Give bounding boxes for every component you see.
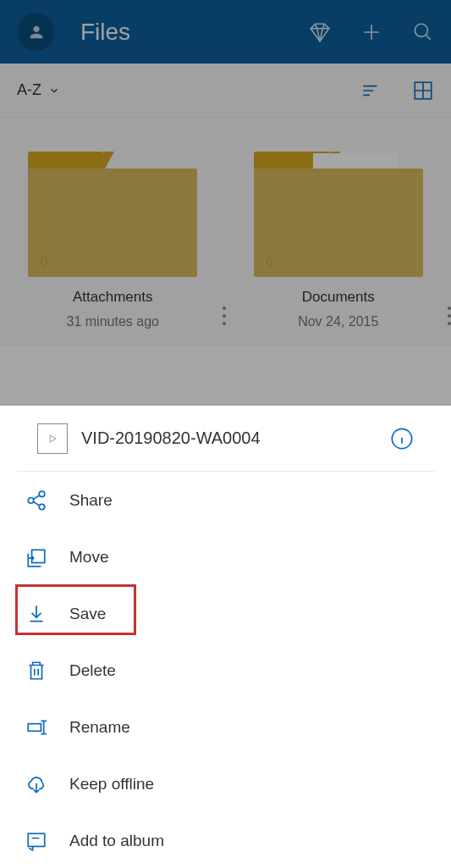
video-thumbnail: [37, 423, 68, 454]
rename-label: Rename: [69, 718, 130, 737]
move-icon: [25, 546, 47, 568]
svg-rect-6: [32, 550, 45, 562]
sheet-header: VID-20190820-WA0004: [17, 406, 434, 472]
move-item[interactable]: Move: [0, 528, 451, 585]
svg-point-5: [39, 504, 45, 510]
add-to-album-label: Add to album: [69, 832, 164, 850]
keep-offline-item[interactable]: Keep offline: [0, 755, 451, 812]
info-icon: [390, 427, 414, 451]
share-icon: [25, 489, 47, 511]
album-icon: [25, 830, 47, 852]
play-icon: [47, 433, 58, 445]
info-button[interactable]: [390, 427, 414, 451]
sheet-title: VID-20190820-WA0004: [81, 428, 390, 448]
share-label: Share: [69, 491, 113, 510]
delete-label: Delete: [69, 661, 116, 680]
svg-point-3: [39, 491, 45, 497]
rename-item[interactable]: Rename: [0, 699, 451, 755]
save-label: Save: [69, 605, 106, 623]
move-label: Move: [69, 548, 108, 567]
add-to-album-item[interactable]: Add to album: [0, 812, 451, 868]
download-icon: [25, 603, 47, 625]
rename-icon: [25, 716, 47, 738]
overlay-backdrop[interactable]: [0, 0, 451, 406]
keep-offline-label: Keep offline: [69, 775, 154, 793]
action-sheet: VID-20190820-WA0004 Share Move Save Dele…: [0, 406, 451, 868]
svg-rect-8: [28, 833, 45, 846]
delete-item[interactable]: Delete: [0, 642, 451, 699]
cloud-download-icon: [25, 773, 47, 795]
share-item[interactable]: Share: [0, 472, 451, 528]
svg-point-4: [28, 497, 34, 503]
trash-icon: [25, 660, 47, 682]
save-item[interactable]: Save: [0, 585, 451, 642]
svg-rect-7: [28, 723, 41, 731]
